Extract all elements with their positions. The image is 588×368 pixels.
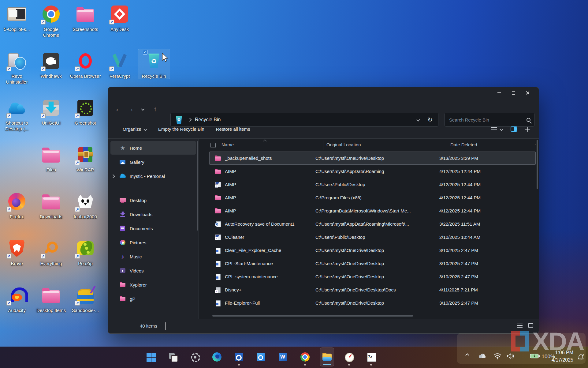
volume-icon[interactable] bbox=[507, 352, 515, 360]
desktop-icon[interactable]: 5-Copilot-s... bbox=[1, 2, 33, 32]
sidebar-item[interactable]: Downloads bbox=[110, 208, 196, 221]
taskbar-app-icon bbox=[190, 352, 200, 362]
file-row-CPL-system-maintenance[interactable]: CPL-system-maintenance C:\Users\mysti\On… bbox=[209, 270, 536, 283]
desktop-icon[interactable]: Everything bbox=[35, 237, 67, 266]
desktop-icon[interactable]: Brave bbox=[1, 237, 33, 266]
desktop-icon[interactable]: PeaZip bbox=[69, 237, 101, 266]
desktop-icon[interactable]: Audacity bbox=[1, 284, 33, 313]
desktop-icon[interactable]: Desktop Items bbox=[35, 284, 67, 313]
file-name: Clear_File_Explorer_Cache bbox=[225, 248, 315, 253]
up-button[interactable]: ↑ bbox=[149, 103, 161, 115]
taskbar-app-icon bbox=[256, 352, 266, 362]
back-button[interactable]: ← bbox=[112, 103, 125, 115]
column-divider[interactable] bbox=[533, 141, 533, 150]
desktop-icon[interactable]: Opera Browser bbox=[69, 49, 101, 79]
onedrive-tray-icon[interactable] bbox=[478, 353, 487, 359]
desktop-icon[interactable]: Revo Uninstaller bbox=[1, 49, 33, 85]
desktop-icon[interactable]: Firefox bbox=[1, 190, 33, 220]
desktop-icon[interactable]: WinRAR bbox=[69, 143, 101, 173]
desktop-icon[interactable]: Windhawk bbox=[35, 49, 67, 79]
select-all-checkbox[interactable] bbox=[210, 143, 216, 148]
file-row-File-Explorer-Full[interactable]: File-Explorer-Full C:\Users\mysti\OneDri… bbox=[209, 296, 536, 310]
column-header-location[interactable]: Original Location bbox=[326, 142, 361, 147]
desktop-icon[interactable]: Google Chrome bbox=[35, 2, 67, 38]
file-row-AIMP[interactable]: AIMP C:\ProgramData\Microsoft\Windows\St… bbox=[209, 204, 536, 217]
taskbar-button-start[interactable] bbox=[144, 347, 158, 366]
organize-button[interactable]: Organize bbox=[123, 126, 147, 132]
app-icon bbox=[77, 241, 94, 255]
restore-all-items-button[interactable]: Restore all items bbox=[216, 126, 250, 132]
desktop-icon[interactable]: Downloads bbox=[35, 190, 67, 220]
taskbar-button-file-explorer[interactable] bbox=[320, 347, 334, 366]
navigation-pane: Home Gallery mystic - Personal Desktop bbox=[108, 139, 199, 319]
desktop-icon[interactable]: Sandboxie-... bbox=[69, 284, 101, 313]
close-button[interactable] bbox=[520, 87, 534, 98]
desktop-icon[interactable]: VeraCrypt bbox=[104, 49, 136, 79]
app-icon bbox=[78, 195, 93, 208]
column-divider[interactable] bbox=[323, 141, 323, 150]
sidebar-item[interactable]: Videos bbox=[110, 264, 196, 277]
sidebar-item[interactable]: Home bbox=[110, 141, 196, 155]
taskbar-button-task-view[interactable] bbox=[166, 347, 180, 366]
file-row-Disney+[interactable]: Disney+ C:\Users\mysti\OneDrive\Desktop\… bbox=[209, 283, 536, 296]
sidebar-item[interactable]: Music bbox=[110, 250, 196, 263]
desktop-icon[interactable]: foobar2000 bbox=[69, 190, 101, 220]
desktop-icon[interactable]: Greenshot bbox=[69, 96, 101, 126]
sidebar-item[interactable]: Gallery bbox=[110, 155, 196, 169]
taskbar-button-outlook-new[interactable] bbox=[254, 347, 268, 366]
file-row-AIMP[interactable]: AIMP C:\Users\mysti\AppData\Roaming 4/12… bbox=[209, 165, 536, 178]
taskbar-button-word[interactable] bbox=[276, 347, 290, 366]
vertical-scrollbar[interactable] bbox=[537, 140, 538, 189]
view-button[interactable] bbox=[491, 127, 503, 131]
desktop-icon[interactable]: Shortcut to Desktop (... bbox=[1, 96, 33, 132]
horizontal-scrollbar[interactable] bbox=[212, 315, 413, 317]
desktop-icon[interactable]: UniGetUI bbox=[35, 96, 67, 126]
sidebar-item[interactable]: Documents bbox=[110, 222, 196, 235]
desktop-icon-image bbox=[74, 237, 96, 259]
desktop-icon[interactable]: Recycle Bin bbox=[138, 49, 170, 79]
sidebar-item[interactable]: Desktop bbox=[110, 193, 196, 207]
taskbar-button-7-zip[interactable] bbox=[364, 347, 378, 366]
taskbar-button-chrome[interactable] bbox=[298, 347, 312, 366]
tray-expand-button[interactable] bbox=[466, 354, 469, 357]
taskbar-button-monitor-app[interactable] bbox=[342, 347, 356, 366]
wifi-icon[interactable] bbox=[493, 353, 502, 359]
title-bar[interactable] bbox=[108, 87, 539, 98]
large-icons-view-toggle-icon[interactable] bbox=[528, 323, 533, 328]
clock[interactable]: 1:06 PM 4/17/2025 bbox=[552, 349, 573, 364]
desktop-icon-image bbox=[40, 97, 62, 119]
file-row-AIMP[interactable]: AIMP C:\Users\Public\Desktop 4/12/2025 1… bbox=[209, 178, 536, 191]
empty-recycle-bin-button[interactable]: Empty the Recycle Bin bbox=[158, 126, 204, 132]
column-header-name[interactable]: Name bbox=[221, 142, 234, 147]
expand-chevron-icon[interactable] bbox=[111, 174, 115, 178]
file-row-CPL-Start-Maintenance[interactable]: CPL-Start-Maintenance C:\Users\mysti\One… bbox=[209, 257, 536, 270]
sidebar-item[interactable]: Pictures bbox=[110, 236, 196, 249]
preview-pane-icon[interactable] bbox=[511, 126, 517, 132]
file-row-AIMP[interactable]: AIMP C:\Program Files (x86) 4/12/2025 12… bbox=[209, 191, 536, 204]
minimize-button[interactable] bbox=[492, 87, 506, 98]
taskbar-button-outlook-classic[interactable] bbox=[232, 347, 246, 366]
maximize-button[interactable] bbox=[506, 87, 520, 98]
sidebar-item[interactable]: mystic - Personal bbox=[110, 169, 196, 183]
battery-icon[interactable] bbox=[530, 353, 540, 359]
sidebar-item[interactable]: gP bbox=[110, 292, 196, 306]
file-row-_backupemailed_shots[interactable]: _backupemailed_shots C:\Users\mysti\OneD… bbox=[209, 152, 536, 165]
desktop-icon[interactable]: AnyDesk bbox=[104, 2, 136, 32]
column-header-date[interactable]: Date Deleted bbox=[450, 142, 477, 147]
sidebar-scrollbar[interactable] bbox=[197, 141, 198, 231]
taskbar-button-edge[interactable] bbox=[210, 347, 224, 366]
sidebar-item[interactable]: Xyplorer bbox=[110, 278, 196, 291]
file-row-Clear_File_Explorer_Cache[interactable]: Clear_File_Explorer_Cache C:\Users\mysti… bbox=[209, 244, 536, 257]
selection-checkbox[interactable] bbox=[143, 50, 147, 54]
file-row-AutoRecovery save of Document1[interactable]: AutoRecovery save of Document1 C:\Users\… bbox=[209, 217, 536, 231]
file-row-CCleaner[interactable]: CCleaner C:\Users\Public\Desktop 2/10/20… bbox=[209, 231, 536, 244]
taskbar-button-settings[interactable] bbox=[188, 347, 202, 366]
recent-locations-button[interactable] bbox=[137, 103, 149, 115]
forward-button[interactable]: → bbox=[125, 103, 137, 115]
details-view-toggle-icon[interactable] bbox=[517, 324, 523, 328]
column-divider[interactable] bbox=[447, 141, 447, 150]
desktop-icon[interactable]: Screenshots bbox=[69, 2, 101, 32]
notification-bell-icon[interactable]: z bbox=[576, 353, 585, 361]
new-tab-icon[interactable] bbox=[525, 127, 530, 132]
desktop-icon[interactable]: Files bbox=[35, 143, 67, 173]
